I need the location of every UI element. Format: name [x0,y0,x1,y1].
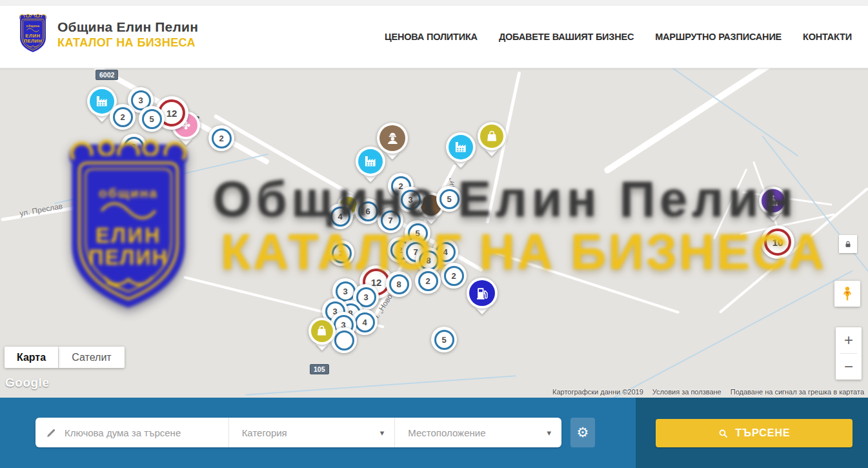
search-bar-left-panel: Категория ▾ Местоположение ▾ ⚙ [0,398,636,468]
map-cluster-marker-4[interactable]: 4 [327,203,353,229]
map-pin-bag-icon[interactable] [478,122,506,150]
search-form: Категория ▾ Местоположение ▾ [35,418,561,447]
pin-glyph [90,89,114,114]
cluster-count: 4 [355,312,375,332]
map-cluster-marker-10[interactable]: 10 [761,225,794,259]
cluster-count: 4 [330,207,350,227]
map-cluster-marker-3[interactable]: 3 [398,187,423,212]
lock-icon [843,239,853,249]
attribution-copyright: Картографски данни ©2019 [552,388,643,396]
site-logo[interactable]: община ЕЛИН ПЕЛИН Община Елин Пелин КАТА… [16,13,198,56]
cluster-count: 7 [381,210,401,230]
chevron-down-icon: ▾ [380,428,385,438]
advanced-settings-button[interactable]: ⚙ [570,418,595,447]
map-pin-fuel-icon[interactable] [467,278,498,309]
pencil-icon [46,427,57,438]
map-pin-bag-icon[interactable] [308,318,336,345]
site-subtitle: КАТАЛОГ НА БИЗНЕСА [57,36,198,50]
pin-glyph [762,189,785,212]
map-type-map-button[interactable]: Карта [5,347,58,368]
svg-text:ПЕЛИН: ПЕЛИН [24,38,42,44]
map-cluster-marker-5[interactable]: 5 [431,327,457,352]
pin-body [446,132,476,162]
nav-item[interactable]: КОНТАКТИ [803,32,852,42]
nav-item[interactable]: ДОБАВЕТЕ ВАШИЯТ БИЗНЕС [499,32,634,42]
pin-glyph [358,149,383,174]
map-cluster-marker-2[interactable]: 2 [110,104,136,130]
cluster-count: 2 [418,271,438,291]
google-logo[interactable]: Google [5,376,49,390]
pin-glyph [449,135,473,159]
cluster-count: 8 [389,274,409,294]
cluster-count: 2 [113,107,133,127]
map-cluster-marker-5[interactable]: 5 [139,106,165,132]
location-select[interactable]: Местоположение ▾ [395,418,561,447]
cluster-count: 6 [358,201,378,221]
zoom-in-button[interactable]: + [836,327,862,353]
search-bar-right-panel: ТЪРСЕНЕ [636,398,868,468]
map-pin-church-icon[interactable] [759,187,787,215]
keyword-field-wrap [35,418,229,447]
map-type-control: Карта Сателит [5,347,125,368]
nav-item[interactable]: МАРШРУТНО РАЗПИСАНИЕ [655,32,782,42]
nav-item[interactable]: ЦЕНОВА ПОЛИТИКА [385,32,478,42]
pin-glyph [480,125,503,148]
cluster-count: 3 [401,190,421,210]
cluster-count: 8 [419,250,439,270]
location-select-label: Местоположение [408,427,485,438]
pin-body [467,278,498,309]
map-cluster-marker-2[interactable]: 2 [121,134,146,159]
cluster-count: 2 [212,128,232,148]
cluster-count: 10 [764,229,791,256]
cluster-count: 5 [434,330,454,350]
keyword-input[interactable] [65,427,226,438]
search-button-label: ТЪРСЕНЕ [735,427,790,439]
map-cluster-marker-6[interactable]: 6 [355,198,381,224]
site-title: Община Елин Пелин [57,19,198,35]
main-nav: ЦЕНОВА ПОЛИТИКАДОБАВЕТЕ ВАШИЯТ БИЗНЕСМАР… [385,6,852,68]
map-attribution: Картографски данни ©2019 Условия за полз… [552,388,864,396]
zoom-control: + − [836,327,862,380]
map-cluster-marker-2[interactable]: 2 [415,268,441,294]
map-cluster-marker-2[interactable]: 2 [208,125,234,151]
map-cluster-marker-5[interactable]: 5 [436,186,462,212]
search-bar: Категория ▾ Местоположение ▾ ⚙ ТЪРСЕНЕ [0,398,868,468]
lock-button[interactable] [839,235,857,253]
map-canvas[interactable]: ул. Преславбул. „Новоселци" 6002105 1232… [0,68,868,398]
attribution-terms-link[interactable]: Условия за ползване [652,388,722,396]
page-top-strip [0,0,868,6]
cluster-count: 2 [124,137,144,157]
search-button[interactable]: ТЪРСЕНЕ [656,419,853,447]
pegman-icon [839,285,856,302]
pin-glyph [469,280,495,306]
svg-text:община: община [26,24,40,28]
map-cluster-marker-7[interactable]: 7 [378,207,403,233]
brand-text: Община Елин Пелин КАТАЛОГ НА БИЗНЕСА [57,19,198,50]
pin-body [478,122,506,150]
category-select-label: Категория [242,427,287,438]
map-cluster-marker-8[interactable]: 8 [386,271,412,297]
pin-body [356,147,385,176]
map-cluster-marker-2[interactable]: 2 [441,263,467,289]
site-header: община ЕЛИН ПЕЛИН Община Елин Пелин КАТА… [0,6,868,68]
map-pin-factory-icon[interactable] [446,132,476,162]
zoom-out-button[interactable]: − [836,354,862,380]
attribution-report-link[interactable]: Подаване на сигнал за грешка в картата [731,388,864,396]
pin-body [308,318,336,345]
chevron-down-icon: ▾ [547,428,551,438]
map-pin-factory-icon[interactable] [356,147,385,176]
category-select[interactable]: Категория ▾ [229,418,396,447]
cluster-count: 2 [444,266,464,286]
search-icon [718,428,729,439]
cluster-count [334,331,354,351]
pegman-button[interactable] [834,281,860,307]
cluster-count: 5 [142,109,162,129]
map-type-satellite-button[interactable]: Сателит [58,347,125,368]
pin-body [759,187,787,215]
map-cluster-marker-2[interactable]: 2 [328,240,354,266]
municipality-emblem-icon: община ЕЛИН ПЕЛИН [16,13,50,56]
pin-glyph [311,320,333,342]
cluster-count: 5 [439,189,459,209]
cluster-count: 2 [332,243,352,263]
gear-icon: ⚙ [577,425,589,440]
